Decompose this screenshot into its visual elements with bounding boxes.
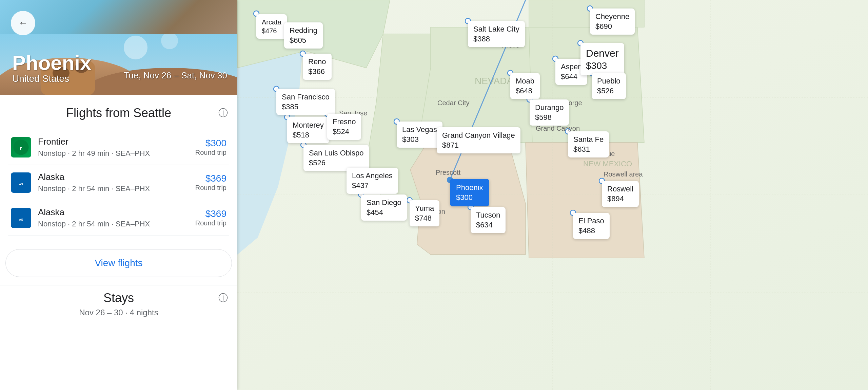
bubble-city-pueblo: Pueblo	[597, 76, 620, 86]
map-bubble-san-francisco[interactable]: San Francisco$385	[276, 89, 335, 115]
map-bubble-reno[interactable]: Reno$366	[303, 54, 332, 80]
bubble-city-salt-lake-city: Salt Lake City	[473, 24, 519, 34]
map-bubble-tucson[interactable]: Tucson$634	[471, 207, 506, 233]
airline-logo-0: F	[11, 137, 31, 157]
map-bubble-phoenix[interactable]: Phoenix$300	[450, 179, 489, 206]
bubble-price-reno: $366	[308, 67, 326, 77]
bubble-price-salt-lake-city: $388	[473, 34, 519, 44]
bubble-city-aspen: Aspen	[561, 62, 582, 72]
map-bubble-los-angeles[interactable]: Los Angeles$437	[347, 168, 398, 194]
bubble-city-las-vegas: Las Vegas	[402, 125, 437, 135]
map-bubble-durango[interactable]: Durango$598	[530, 99, 569, 126]
map-bubble-arcata[interactable]: Arcata$476	[256, 14, 287, 39]
stays-section: Stays ⓘ Nov 26 – 30 · 4 nights	[0, 285, 237, 323]
airline-logo-1: AS	[11, 172, 31, 193]
map-bubble-el-paso[interactable]: El Paso$488	[573, 213, 610, 239]
price-amount-0: $300	[195, 138, 226, 149]
bubble-city-tucson: Tucson	[476, 210, 500, 220]
map-bubble-moab[interactable]: Moab$648	[510, 73, 540, 99]
svg-text:F: F	[20, 147, 22, 150]
bubble-price-monterey: $518	[293, 130, 324, 140]
map-bubble-cheyenne[interactable]: Cheyenne$690	[590, 8, 635, 35]
flight-details-2: Nonstop · 2 hr 54 min · SEA–PHX	[38, 220, 195, 228]
bubble-city-moab: Moab	[516, 76, 534, 86]
view-flights-button[interactable]: View flights	[5, 249, 232, 277]
svg-text:Grand Canyon: Grand Canyon	[536, 125, 580, 132]
map-bubble-fresno[interactable]: Fresno$524	[327, 114, 361, 140]
svg-text:AS: AS	[19, 182, 23, 186]
price-amount-1: $369	[195, 173, 226, 184]
price-type-1: Round trip	[195, 184, 226, 191]
flights-info-icon[interactable]: ⓘ	[217, 107, 229, 119]
hero-image: ← Phoenix United States Tue, Nov 26 – Sa…	[0, 0, 237, 95]
bubble-price-san-francisco: $385	[282, 102, 330, 112]
map-bubble-salt-lake-city[interactable]: Salt Lake City$388	[468, 21, 525, 47]
view-flights-container: View flights	[0, 241, 237, 285]
bubble-city-el-paso: El Paso	[578, 216, 604, 226]
flights-section: Flights from Seattle ⓘ FFrontierNonstop …	[0, 95, 237, 241]
bubble-price-phoenix: $300	[456, 193, 483, 203]
map-bubble-roswell[interactable]: Roswell$894	[602, 181, 639, 207]
airline-name-1: Alaska	[38, 172, 195, 182]
bubble-city-los-angeles: Los Angeles	[352, 171, 393, 181]
bubble-price-redding: $605	[290, 36, 317, 45]
map-bubble-grand-canyon[interactable]: Grand Canyon Village$871	[437, 127, 520, 153]
flights-section-header: Flights from Seattle ⓘ	[8, 106, 229, 120]
svg-text:AS: AS	[19, 218, 23, 221]
bubble-city-santa-fe: Santa Fe	[573, 135, 604, 145]
bubble-price-fresno: $524	[333, 127, 356, 137]
map-bubble-santa-fe[interactable]: Santa Fe$631	[568, 131, 609, 157]
bubble-price-aspen: $644	[561, 72, 582, 82]
flight-info-0: FrontierNonstop · 2 hr 49 min · SEA–PHX	[38, 136, 195, 158]
bubble-price-denver: $303	[586, 60, 619, 72]
svg-text:Roswell area: Roswell area	[604, 170, 643, 178]
flight-details-0: Nonstop · 2 hr 49 min · SEA–PHX	[38, 149, 195, 158]
bubble-city-yuma: Yuma	[415, 204, 434, 213]
bubble-city-arcata: Arcata	[262, 18, 281, 26]
flight-info-1: AlaskaNonstop · 2 hr 54 min · SEA–PHX	[38, 172, 195, 193]
bubble-price-santa-fe: $631	[573, 145, 604, 154]
bubble-price-pueblo: $526	[597, 86, 620, 96]
stays-subtitle: Nov 26 – 30 · 4 nights	[8, 308, 229, 317]
bubble-city-roswell: Roswell	[607, 184, 633, 194]
flights-section-title: Flights from Seattle	[66, 106, 171, 120]
back-button[interactable]: ←	[11, 11, 35, 35]
airline-name-0: Frontier	[38, 136, 195, 147]
bubble-city-fresno: Fresno	[333, 117, 356, 127]
bubble-city-phoenix: Phoenix	[456, 183, 483, 193]
hero-city: Phoenix	[12, 53, 91, 73]
bubble-city-grand-canyon: Grand Canyon Village	[442, 131, 515, 141]
svg-text:Cedar City: Cedar City	[437, 99, 469, 107]
stays-info-icon[interactable]: ⓘ	[217, 292, 229, 304]
price-type-0: Round trip	[195, 149, 226, 156]
bubble-price-yuma: $748	[415, 213, 434, 223]
flight-details-1: Nonstop · 2 hr 54 min · SEA–PHX	[38, 184, 195, 193]
stays-title: Stays	[103, 291, 134, 305]
bubble-city-reno: Reno	[308, 57, 326, 67]
bubble-city-redding: Redding	[290, 26, 317, 36]
map-bubble-redding[interactable]: Redding$605	[284, 22, 323, 49]
map-bubble-denver[interactable]: Denver$303	[580, 43, 624, 75]
map-bubble-yuma[interactable]: Yuma$748	[410, 200, 439, 226]
bubble-price-cheyenne: $690	[595, 22, 629, 32]
hero-text: Phoenix United States	[12, 53, 91, 84]
map-bubble-san-diego[interactable]: San Diego$454	[361, 194, 407, 221]
bubble-city-denver: Denver	[586, 47, 619, 60]
map-bubble-san-luis-obispo[interactable]: San Luis Obispo$526	[303, 145, 369, 171]
bubble-city-san-luis-obispo: San Luis Obispo	[309, 148, 363, 158]
bubble-price-san-luis-obispo: $526	[309, 158, 363, 168]
map-bubble-pueblo[interactable]: Pueblo$526	[592, 73, 626, 99]
bubble-city-durango: Durango	[535, 103, 564, 113]
flight-row-2[interactable]: ASAlaskaNonstop · 2 hr 54 min · SEA–PHX$…	[8, 200, 229, 236]
flight-row-0[interactable]: FFrontierNonstop · 2 hr 49 min · SEA–PHX…	[8, 130, 229, 165]
hero-dates: Tue, Nov 26 – Sat, Nov 30	[124, 70, 227, 81]
bubble-price-roswell: $894	[607, 194, 633, 204]
map-panel: NEVADA NEW MEXICO San Jose Provo St.	[237, 0, 868, 390]
svg-point-6	[124, 36, 147, 59]
bubble-price-tucson: $634	[476, 220, 500, 230]
stays-header: Stays ⓘ	[8, 291, 229, 305]
map-bubble-monterey[interactable]: Monterey$518	[287, 117, 329, 143]
flight-row-1[interactable]: ASAlaskaNonstop · 2 hr 54 min · SEA–PHX$…	[8, 165, 229, 200]
airline-logo-2: AS	[11, 208, 31, 228]
map-bubble-las-vegas[interactable]: Las Vegas$303	[397, 122, 442, 148]
